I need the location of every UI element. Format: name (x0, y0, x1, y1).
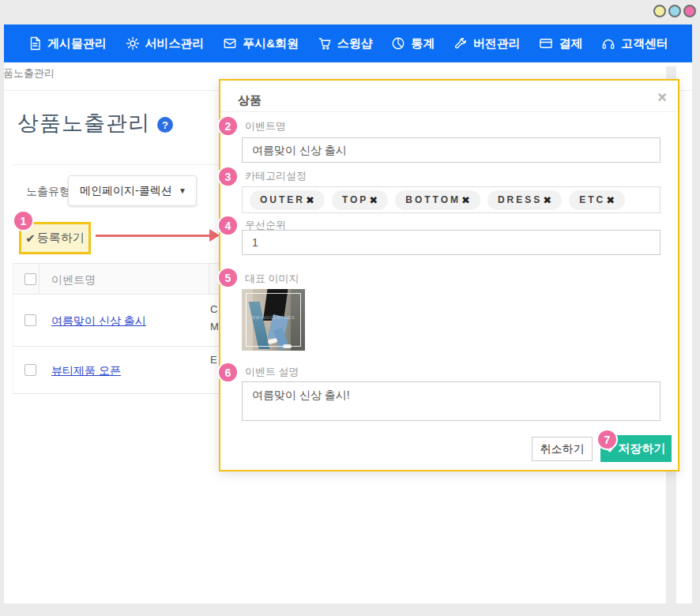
exposure-type-select[interactable]: 메인페이지-콜렉션 ▼ (68, 175, 197, 206)
step-badge-3: 3 (217, 166, 239, 187)
nav-item-label: 게시물관리 (47, 36, 107, 51)
gear-icon (126, 36, 140, 51)
step-badge-4: 4 (217, 215, 239, 236)
remove-tag-icon[interactable]: ✖ (306, 194, 314, 206)
nav-item-label: 버전관리 (473, 36, 521, 51)
tag-label: OUTER (260, 194, 305, 205)
select-all-checkbox[interactable] (24, 273, 36, 285)
window-dot-blue[interactable] (668, 5, 681, 17)
nav-item-push-member[interactable]: 푸시&회원 (223, 36, 299, 51)
nav-item-support[interactable]: 고객센터 (601, 36, 668, 51)
category-label: 카테고리설정 (245, 169, 307, 183)
category-tag: ETC✖ (569, 190, 625, 210)
tag-label: DRESS (498, 194, 542, 205)
event-name-input[interactable]: 여름맞이 신상 출시 (242, 137, 660, 163)
credit-card-icon (539, 36, 553, 51)
category-tag: DRESS✖ (487, 190, 562, 210)
event-image-thumbnail[interactable]: SWINGCLOTHES (242, 289, 305, 351)
page: 게시물관리 서비스관리 푸시&회원 스윙샵 통계 버전관리 결제 고객센터 (0, 0, 700, 616)
help-icon[interactable]: ? (157, 117, 173, 133)
event-link[interactable]: 여름맞이 신상 출시 (51, 314, 146, 329)
nav-item-label: 통계 (411, 36, 435, 51)
priority-input[interactable]: 1 (242, 230, 660, 255)
close-icon[interactable]: × (657, 88, 667, 107)
remove-tag-icon[interactable]: ✖ (606, 194, 615, 206)
row-checkbox[interactable] (24, 364, 36, 376)
top-nav: 게시물관리 서비스관리 푸시&회원 스윙샵 통계 버전관리 결제 고객센터 (4, 24, 692, 62)
category-tag: OUTER✖ (250, 190, 325, 210)
category-tags-input[interactable]: OUTER✖ TOP✖ BOTTOM✖ DRESS✖ ETC✖ (242, 186, 660, 213)
annotation-arrow-line (96, 235, 211, 237)
clipped-column-text: M (210, 321, 219, 332)
clipped-column-text: E (210, 354, 217, 366)
window-dot-yellow[interactable] (653, 5, 666, 17)
title-row: 상품노출관리 ? (17, 109, 173, 137)
row-checkbox[interactable] (24, 314, 36, 326)
nav-item-version[interactable]: 버전관리 (453, 36, 521, 51)
nav-item-label: 푸시&회원 (243, 36, 299, 51)
step-badge-6: 6 (217, 362, 239, 383)
description-textarea[interactable]: 여름맞이 신상 출시! (242, 381, 660, 421)
breadcrumb: 품노출관리 (3, 66, 55, 81)
cancel-button[interactable]: 취소하기 (532, 437, 593, 461)
main-image-label: 대표 이미지 (245, 272, 299, 286)
exposure-type-label: 노출유형 (26, 185, 70, 199)
step-badge-5: 5 (217, 267, 239, 288)
page-title: 상품노출관리 (17, 109, 150, 137)
step-badge-1: 1 (13, 210, 34, 231)
remove-tag-icon[interactable]: ✖ (369, 194, 378, 206)
category-tag: BOTTOM✖ (395, 190, 480, 210)
nav-item-stats[interactable]: 통계 (391, 36, 435, 51)
save-button-label: 저장하기 (618, 441, 665, 456)
exposure-type-selected: 메인페이지-콜렉션 (80, 184, 172, 197)
wrench-icon (453, 36, 468, 51)
modal-title: 상품 (238, 93, 262, 108)
event-name-column-header: 이벤트명 (51, 273, 96, 287)
event-link[interactable]: 뷰티제품 오픈 (51, 364, 121, 378)
remove-tag-icon[interactable]: ✖ (543, 194, 551, 206)
step-badge-7: 7 (597, 429, 618, 450)
nav-item-board[interactable]: 게시물관리 (28, 36, 107, 51)
clipped-column-text: C (210, 303, 217, 315)
description-label: 이벤트 설명 (245, 365, 299, 379)
nav-item-swing-shop[interactable]: 스윙샵 (318, 36, 373, 51)
product-modal: 상품 × 2 이벤트명 여름맞이 신상 출시 3 카테고리설정 OUTER✖ T… (219, 79, 679, 471)
mail-icon (223, 36, 237, 51)
category-tag: TOP✖ (332, 190, 388, 210)
nav-item-label: 서비스관리 (145, 36, 205, 51)
headset-icon (601, 36, 615, 51)
check-icon: ✔ (25, 231, 36, 246)
nav-item-label: 고객센터 (621, 36, 668, 51)
remove-tag-icon[interactable]: ✖ (461, 194, 470, 206)
window-dot-pink[interactable] (683, 5, 696, 17)
nav-item-service[interactable]: 서비스관리 (126, 36, 205, 51)
column-divider (39, 264, 40, 294)
tag-label: BOTTOM (405, 194, 461, 205)
cart-icon (318, 36, 332, 51)
step-badge-2: 2 (217, 115, 239, 137)
pie-chart-icon (391, 36, 405, 51)
nav-item-label: 결제 (559, 36, 582, 51)
tag-label: ETC (579, 194, 605, 205)
document-icon (28, 36, 42, 51)
divider (220, 111, 678, 112)
event-name-label: 이벤트명 (245, 119, 286, 133)
chevron-down-icon: ▼ (179, 176, 186, 205)
register-button-label: 등록하기 (37, 231, 85, 246)
column-divider (209, 264, 209, 294)
thumbnail-frame (246, 293, 301, 347)
nav-item-label: 스윙샵 (337, 36, 373, 51)
tag-label: TOP (342, 194, 368, 205)
nav-item-payment[interactable]: 결제 (539, 36, 582, 51)
